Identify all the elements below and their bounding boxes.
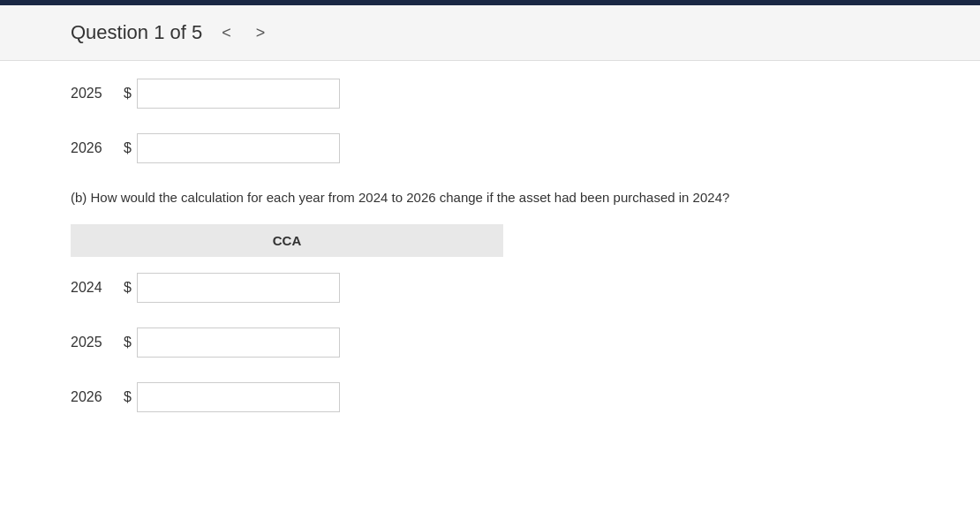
year-label-2024-b: 2024 <box>71 280 124 296</box>
year-label-2026-a: 2026 <box>71 140 124 156</box>
dollar-sign-2026-a: $ <box>124 140 132 156</box>
dollar-sign-2026-b: $ <box>124 389 132 405</box>
row-part-b-2024: 2024 $ <box>71 273 503 303</box>
row-part-b-2026: 2026 $ <box>71 382 503 412</box>
next-button[interactable]: > <box>251 22 271 44</box>
row-part-a-2026: 2026 $ <box>71 133 909 163</box>
input-2025-b[interactable] <box>137 327 340 358</box>
table-rows-b: 2024 $ 2025 $ 2026 $ <box>71 273 503 412</box>
year-label-2026-b: 2026 <box>71 389 124 405</box>
input-2024-b[interactable] <box>137 273 340 303</box>
question-header: Question 1 of 5 < > <box>0 5 980 61</box>
input-2026-b[interactable] <box>137 382 340 412</box>
year-label-2025-a: 2025 <box>71 86 124 102</box>
question-title: Question 1 of 5 <box>71 21 202 44</box>
dollar-sign-2025-b: $ <box>124 335 132 350</box>
dollar-sign-2025-a: $ <box>124 86 132 102</box>
dollar-sign-2024-b: $ <box>124 280 132 296</box>
input-2025-a[interactable] <box>137 79 340 109</box>
table-header-cca: CCA <box>71 224 503 257</box>
main-content: 2025 $ 2026 $ (b) How would the calculat… <box>0 61 980 527</box>
row-part-b-2025: 2025 $ <box>71 327 503 358</box>
part-b-question: (b) How would the calculation for each y… <box>71 188 909 208</box>
prev-button[interactable]: < <box>216 22 237 44</box>
input-2026-a[interactable] <box>137 133 340 163</box>
row-part-a-2025: 2025 $ <box>71 79 909 109</box>
part-b-table: CCA 2024 $ 2025 $ 2026 $ <box>71 224 503 412</box>
year-label-2025-b: 2025 <box>71 335 124 350</box>
